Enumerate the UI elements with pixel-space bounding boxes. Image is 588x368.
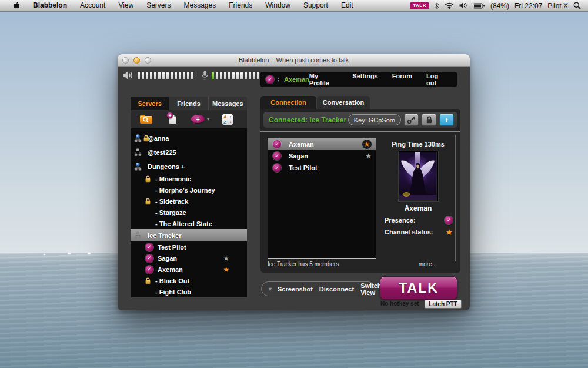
title-bar[interactable]: Blabblelon – When push comes to talk bbox=[118, 54, 470, 67]
server-row-dungeons[interactable]: Dungeons + bbox=[131, 160, 247, 173]
folder-search-icon[interactable] bbox=[140, 115, 152, 124]
bluetooth-icon[interactable] bbox=[435, 2, 439, 9]
apple-icon[interactable] bbox=[6, 1, 26, 10]
member-row-sagan[interactable]: ✓ Sagan ★ bbox=[131, 253, 247, 264]
ping-time: Ping Time 130ms bbox=[381, 141, 455, 148]
lock-icon bbox=[143, 135, 149, 142]
member-row-sagan[interactable]: ✓ Sagan ★ bbox=[268, 150, 376, 162]
menu-bar-left: Blabbelon Account View Servers Messages … bbox=[0, 0, 360, 11]
switch-view-button[interactable]: Switch View bbox=[360, 282, 381, 296]
server-row-test225[interactable]: @test225 bbox=[131, 145, 247, 160]
presence-check-icon: ✓ bbox=[445, 216, 453, 224]
channel-row-morpho[interactable]: - Morpho's Journey bbox=[131, 184, 247, 195]
logout-link[interactable]: Log out bbox=[426, 72, 449, 87]
menu-account[interactable]: Account bbox=[74, 0, 112, 11]
tab-messages[interactable]: Messages bbox=[209, 97, 247, 110]
menu-user[interactable]: Pilot X bbox=[547, 2, 568, 10]
server-row-ice-tracker[interactable]: Ice Tracker bbox=[131, 229, 247, 241]
battery-percent: (84%) bbox=[490, 2, 509, 10]
menu-friends[interactable]: Friends bbox=[222, 0, 259, 11]
chevron-down-icon[interactable]: ▾ bbox=[207, 117, 209, 122]
network-icon bbox=[134, 148, 142, 157]
channel-row-black-out[interactable]: - Black Out bbox=[131, 275, 247, 286]
lock-icon bbox=[145, 277, 151, 284]
divider bbox=[260, 131, 460, 132]
menu-servers[interactable]: Servers bbox=[140, 0, 177, 11]
presence-check-icon[interactable]: ✓ bbox=[266, 75, 274, 84]
main-tabs: Connection Conversation bbox=[260, 96, 370, 109]
menu-bar-status: TALK (84%) Fri 22:07 Pilot X bbox=[410, 2, 588, 10]
member-summary: Ice Tracker has 5 members more.. bbox=[268, 261, 450, 267]
sort-az-icon[interactable]: AZ↑↓ bbox=[222, 114, 233, 125]
volume-icon[interactable] bbox=[459, 2, 467, 9]
current-user-name: Axeman bbox=[284, 76, 309, 83]
presence-row: Presence: ✓ bbox=[385, 216, 453, 224]
twitter-button[interactable]: t bbox=[439, 114, 454, 126]
channel-star-icon: ★ bbox=[365, 152, 372, 160]
server-row-anna[interactable]: @anna bbox=[131, 131, 247, 145]
presence-stepper[interactable]: ▲▼ bbox=[277, 77, 280, 82]
channel-row-fight-club[interactable]: - Fight Club bbox=[131, 286, 247, 297]
lock-icon bbox=[145, 175, 151, 183]
microphone-icon bbox=[202, 71, 208, 80]
avatar-name: Axeman bbox=[381, 204, 455, 213]
wifi-icon[interactable] bbox=[445, 2, 454, 9]
presence-check-icon: ✓ bbox=[273, 140, 281, 148]
desktop: Blabbelon Account View Servers Messages … bbox=[0, 0, 588, 368]
connected-status: Connected: Ice Tracker bbox=[269, 116, 346, 124]
presence-check-icon: ✓ bbox=[273, 164, 281, 172]
disconnect-button[interactable]: Disconnect bbox=[319, 286, 354, 293]
latch-ptt-button[interactable]: Latch PTT bbox=[425, 300, 462, 309]
channel-row-mnemonic[interactable]: - Mnemonic bbox=[131, 173, 247, 184]
menu-app-name[interactable]: Blabbelon bbox=[26, 0, 74, 11]
output-level-meter bbox=[138, 72, 193, 79]
channel-row-sidetrack[interactable]: - Sidetrack bbox=[131, 195, 247, 207]
user-bar: ✓ ▲▼ Axeman My Profile Settings Forum Lo… bbox=[260, 72, 457, 87]
new-chat-icon[interactable]: + bbox=[191, 114, 205, 124]
more-link[interactable]: more.. bbox=[419, 261, 435, 267]
channel-row-stargaze[interactable]: - Stargaze bbox=[131, 207, 247, 218]
menu-window[interactable]: Window bbox=[259, 0, 297, 11]
settings-link[interactable]: Settings bbox=[352, 72, 377, 87]
forum-link[interactable]: Forum bbox=[392, 72, 412, 87]
my-profile-link[interactable]: My Profile bbox=[309, 72, 339, 87]
tab-conversation[interactable]: Conversation bbox=[317, 96, 370, 109]
menu-edit[interactable]: Edit bbox=[335, 0, 360, 11]
globe-network-icon bbox=[134, 163, 142, 171]
boat-speck bbox=[44, 254, 45, 255]
member-row-axeman[interactable]: ✓ Axeman ★ bbox=[268, 138, 376, 150]
tab-servers[interactable]: Servers bbox=[131, 97, 169, 110]
member-row-test-pilot[interactable]: ✓ Test Pilot bbox=[131, 241, 247, 253]
new-document-icon[interactable]: + bbox=[168, 114, 177, 124]
talk-status-badge[interactable]: TALK bbox=[410, 2, 429, 9]
tab-friends[interactable]: Friends bbox=[169, 97, 208, 110]
search-icon[interactable] bbox=[573, 2, 581, 9]
screenshot-button[interactable]: Screenshot bbox=[278, 286, 313, 293]
sidebar-tabs: Servers Friends Messages bbox=[131, 97, 247, 110]
channel-status-row: Channel status: ★ bbox=[385, 228, 453, 236]
hotkey-status: No hotkey set bbox=[380, 300, 419, 307]
user-menu: My Profile Settings Forum Log out bbox=[309, 72, 457, 87]
menu-view[interactable]: View bbox=[112, 0, 140, 11]
key-button[interactable] bbox=[404, 114, 419, 126]
member-row-test-pilot[interactable]: ✓ Test Pilot bbox=[268, 162, 376, 174]
channel-key-pill[interactable]: Key: GCpSom bbox=[348, 114, 401, 125]
connection-panel: Connected: Ice Tracker Key: GCpSom t ✓ A… bbox=[260, 109, 460, 273]
menu-clock[interactable]: Fri 22:07 bbox=[514, 2, 542, 10]
tab-connection[interactable]: Connection bbox=[260, 96, 316, 109]
menu-messages[interactable]: Messages bbox=[178, 0, 223, 11]
globe-network-icon bbox=[134, 134, 142, 142]
presence-check-icon: ✓ bbox=[145, 254, 153, 263]
menu-support[interactable]: Support bbox=[297, 0, 335, 11]
talk-button[interactable]: TALK bbox=[380, 276, 457, 300]
lock-button[interactable] bbox=[422, 114, 436, 126]
channel-row-altered-state[interactable]: - The Altered State bbox=[131, 218, 247, 229]
connection-header: Connected: Ice Tracker Key: GCpSom t bbox=[263, 112, 457, 128]
presence-check-icon: ✓ bbox=[145, 243, 153, 251]
battery-icon[interactable] bbox=[473, 3, 485, 9]
menu-bar: Blabbelon Account View Servers Messages … bbox=[0, 0, 588, 12]
member-row-axeman[interactable]: ✓ Axeman ★ bbox=[131, 264, 247, 275]
chevron-down-icon[interactable]: ▼ bbox=[268, 286, 273, 292]
audio-meters bbox=[122, 71, 259, 80]
sidebar-toolbar: + + ▾ AZ↑↓ bbox=[131, 110, 247, 128]
